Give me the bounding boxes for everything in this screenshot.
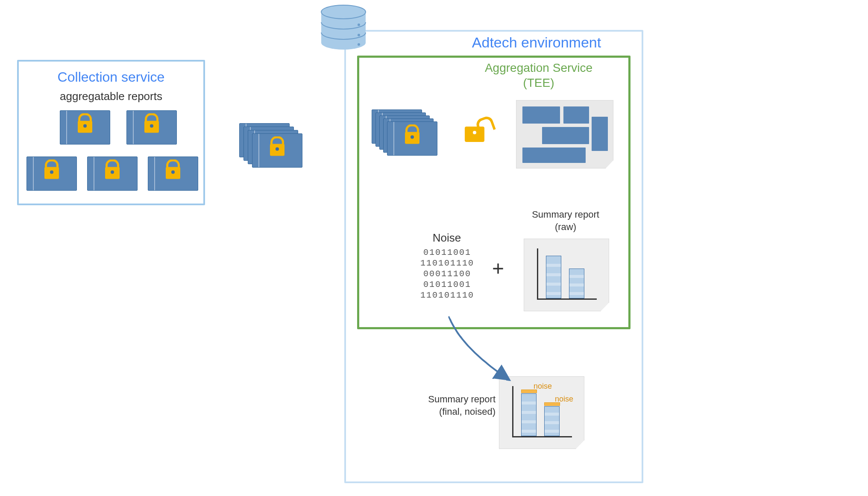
summary-final-label: Summary report (final, noised) — [410, 393, 496, 418]
noise-label: Noise — [421, 231, 472, 245]
locked-report-icon — [60, 110, 110, 145]
locked-report-icon — [148, 156, 198, 191]
lock-icon — [405, 132, 419, 144]
svg-point-4 — [358, 24, 360, 26]
decrypted-data-icon — [516, 100, 613, 168]
locked-report-icon — [87, 156, 138, 191]
tee-title-line2: (TEE) — [523, 76, 554, 89]
lock-icon — [144, 121, 159, 133]
tee-title: Aggregation Service (TEE) — [359, 58, 628, 90]
collection-title: Collection service — [19, 62, 203, 85]
svg-point-5 — [358, 34, 360, 36]
noise-binary-icon: 01011001 110101110 00011100 01011001 110… — [411, 247, 484, 301]
lock-icon — [105, 167, 120, 179]
tee-title-line1: Aggregation Service — [485, 61, 592, 74]
lock-icon — [78, 121, 92, 133]
svg-point-6 — [358, 43, 360, 46]
lock-icon — [270, 144, 284, 156]
lock-icon — [166, 167, 180, 179]
lock-icon — [44, 167, 59, 179]
adtech-title: Adtech environment — [346, 32, 642, 51]
summary-report-raw-icon — [524, 239, 609, 311]
plus-icon: + — [492, 257, 504, 280]
summary-raw-label: Summary report (raw) — [519, 209, 613, 233]
locked-report-icon — [126, 110, 177, 145]
aggregatable-reports-label: aggregatable reports — [19, 85, 203, 104]
summary-report-final-icon: noise noise — [499, 376, 584, 449]
database-icon — [318, 4, 369, 51]
noise-cap-label: noise — [534, 382, 552, 391]
svg-point-2 — [321, 36, 366, 50]
unlock-icon — [465, 127, 484, 142]
noise-cap-label: noise — [555, 395, 573, 404]
locked-report-icon — [26, 156, 77, 191]
